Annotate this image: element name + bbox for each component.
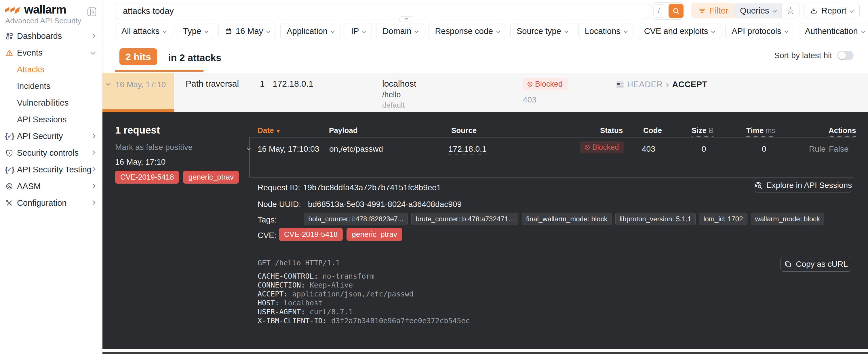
sidebar-nav: Dashboards Events Attacks Incidents Vuln…	[0, 28, 102, 211]
sidebar-item-incidents[interactable]: Incidents	[0, 78, 102, 94]
hit-size: 0	[702, 144, 706, 154]
filter-chip-api-protocols[interactable]: API protocols	[725, 23, 794, 39]
sort-control: Sort by latest hit	[774, 51, 854, 60]
cve-tag[interactable]: generic_ptrav	[183, 171, 239, 184]
action-rule-link[interactable]: Rule	[809, 144, 826, 154]
breadcrumb-separator: ›	[666, 80, 669, 89]
sidebar-item-security-controls[interactable]: Security controls	[0, 144, 102, 161]
filter-chip-application[interactable]: Application	[280, 23, 340, 39]
hit-code: 403	[642, 144, 655, 154]
filter-chip-response-code[interactable]: Response code	[429, 23, 506, 39]
filter-chip-cve-exploits[interactable]: CVE and exploits	[638, 23, 721, 39]
search-icon	[672, 7, 680, 15]
chevron-down-icon	[624, 29, 628, 33]
sidebar-item-dashboards[interactable]: Dashboards	[0, 28, 102, 44]
sidebar-item-vulnerabilities[interactable]: Vulnerabilities	[0, 94, 102, 111]
cve-tag[interactable]: CVE-2019-5418	[115, 171, 179, 184]
column-header-size[interactable]: SizeB	[691, 126, 713, 137]
column-header-date[interactable]: Date▼	[257, 126, 281, 135]
chevron-down-icon	[711, 29, 715, 33]
sidebar-item-configuration[interactable]: Configuration	[0, 195, 102, 211]
sidebar-item-api-security[interactable]: {✓} API Security	[0, 128, 102, 144]
sidebar-item-api-security-testing[interactable]: {✓} API Security Testing	[0, 161, 102, 178]
filter-chip-domain[interactable]: Domain	[376, 23, 424, 39]
search-button[interactable]	[669, 4, 684, 18]
sidebar-item-label: Security controls	[17, 148, 79, 158]
filter-label: Filter	[710, 6, 728, 15]
tag-chip[interactable]: final_wallarm_mode: block	[522, 213, 612, 225]
cve-tag[interactable]: generic_ptrav	[346, 228, 402, 241]
filter-button[interactable]: Filter	[691, 3, 735, 19]
tag-chip[interactable]: wallarm_mode: block	[751, 213, 824, 225]
column-header-time[interactable]: Timems	[746, 126, 775, 137]
sidebar-item-attacks[interactable]: Attacks	[0, 61, 102, 78]
sidebar-item-aasm[interactable]: AASM	[0, 178, 102, 195]
filter-chip-ip[interactable]: IP	[345, 23, 372, 39]
param-name: ACCEPT	[672, 80, 707, 89]
report-label: Report	[822, 6, 846, 15]
chevron-right-icon	[91, 33, 96, 38]
tag-chip[interactable]: lom_id: 1702	[699, 213, 747, 225]
tag-list: bola_counter: i:478:f82823e7... brute_co…	[286, 213, 824, 225]
action-false-link[interactable]: False	[829, 144, 848, 154]
tag-chip[interactable]: brute_counter: b:478:a732471...	[411, 213, 518, 225]
column-header-actions[interactable]: Actions	[829, 126, 856, 137]
sidebar-collapse-icon[interactable]: ‹	[88, 7, 96, 16]
cve-tag[interactable]: CVE-2019-5418	[279, 228, 343, 241]
sort-toggle[interactable]	[837, 51, 854, 60]
row-divider	[249, 177, 854, 178]
attacks-count-label: in 2 attacks	[168, 52, 221, 63]
search-input[interactable]	[115, 3, 649, 19]
sidebar-item-events[interactable]: Events	[0, 44, 102, 61]
attack-date-cell[interactable]: 16 May, 17:10	[102, 73, 174, 112]
chevron-down-icon	[849, 9, 854, 13]
hit-source-ip[interactable]: 172.18.0.1	[448, 144, 486, 155]
attack-parameter: HEADER › ACCEPT	[616, 80, 707, 89]
copy-as-curl-button[interactable]: Copy as cURL	[780, 257, 851, 272]
queries-group: Queries ☆	[734, 3, 800, 19]
warning-triangle-icon	[5, 49, 13, 57]
chevron-down-icon	[564, 29, 568, 33]
http-header: USER-AGENT: curl/8.7.1	[257, 308, 470, 316]
grid-icon	[5, 32, 13, 40]
attack-row[interactable]: 16 May, 17:10 Path traversal 1 172.18.0.…	[102, 73, 868, 112]
brand-subtitle: Advanced API Security	[5, 17, 81, 25]
blocked-icon	[585, 145, 590, 150]
sort-label: Sort by latest hit	[774, 51, 832, 60]
filter-chip-authentication[interactable]: Authentication	[799, 23, 868, 39]
favorite-star-button[interactable]: ☆	[782, 3, 799, 18]
cve-list: CVE-2019-5418 generic_ptrav	[279, 228, 402, 241]
mark-false-positive-link[interactable]: Mark as false positive	[115, 143, 192, 152]
node-uuid-value: bd68513a-5e03-4991-8024-a36408dac909	[308, 200, 462, 208]
hit-date: 16 May, 17:10:03	[257, 144, 319, 154]
column-header-source: Source	[451, 126, 476, 135]
cve-label: CVE:	[257, 231, 276, 240]
http-request-block: GET /hello HTTP/1.1 CACHE-CONTROL: no-tr…	[257, 258, 470, 325]
spiral-icon	[5, 183, 13, 190]
filter-icon	[698, 7, 706, 15]
explore-api-sessions-button[interactable]: Explore in API Sessions	[754, 178, 851, 193]
sidebar-item-api-sessions[interactable]: API Sessions	[0, 111, 102, 128]
filter-chip-locations[interactable]: Locations	[579, 23, 633, 39]
filter-chip-source-type[interactable]: Source type	[510, 23, 574, 39]
filter-chip-type[interactable]: Type	[177, 23, 214, 39]
http-header: CACHE-CONTROL: no-transform	[257, 272, 470, 281]
search-collapse-handle[interactable]	[400, 17, 413, 22]
filter-chip-all-attacks[interactable]: All attacks	[115, 23, 173, 39]
toggle-knob	[838, 52, 846, 59]
report-button[interactable]: Report	[804, 3, 860, 19]
braces-check-icon: {✓}	[5, 132, 13, 140]
blocked-icon	[528, 82, 532, 87]
chevron-down-icon[interactable]	[247, 146, 251, 150]
search-bar	[115, 3, 649, 19]
filter-chip-date[interactable]: 16 May	[218, 23, 276, 39]
chevron-right-icon	[91, 184, 96, 189]
tag-chip[interactable]: bola_counter: i:478:f82823e7...	[304, 213, 408, 225]
horizontal-scrollbar[interactable]	[102, 352, 868, 354]
header-location-icon	[616, 82, 624, 88]
hits-count-badge[interactable]: 2 hits	[119, 49, 157, 65]
queries-button[interactable]: Queries	[734, 3, 782, 18]
sidebar-item-label: AASM	[17, 182, 40, 191]
tag-chip[interactable]: libproton_version: 5.1.1	[615, 213, 696, 225]
request-id-value: 19b7bc8ddfa43a72b7b74151fc8b9ee1	[303, 183, 441, 192]
